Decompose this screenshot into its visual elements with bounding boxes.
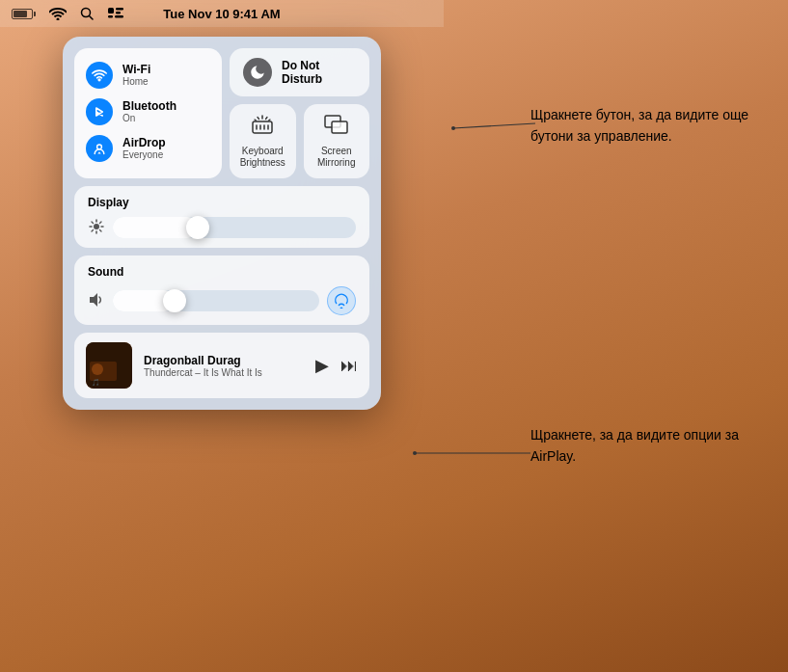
svg-rect-5 bbox=[108, 15, 113, 18]
annotation-arrow-2 bbox=[410, 444, 535, 463]
bluetooth-text: Bluetooth On bbox=[122, 99, 177, 124]
track-info: Dragonball Durag Thundercat – It Is What… bbox=[144, 354, 304, 378]
annotation-2: Щракнете, за да видите опции за AirPlay. bbox=[530, 424, 788, 468]
svg-rect-9 bbox=[253, 121, 272, 133]
play-button[interactable]: ▶ bbox=[315, 355, 329, 376]
dnd-icon bbox=[243, 58, 272, 87]
svg-text:🎵: 🎵 bbox=[92, 378, 100, 387]
wifi-sub: Home bbox=[122, 76, 150, 88]
wifi-item[interactable]: Wi-Fi Home bbox=[86, 58, 210, 93]
screen-mirroring-icon bbox=[324, 114, 349, 141]
display-section: Display bbox=[74, 186, 369, 248]
svg-point-21 bbox=[94, 224, 99, 229]
menubar: Tue Nov 10 9:41 AM bbox=[0, 0, 444, 27]
airdrop-sub: Everyone bbox=[122, 149, 166, 161]
screen-mirroring-tile[interactable]: ScreenMirroring bbox=[304, 104, 370, 178]
bluetooth-item[interactable]: Bluetooth On bbox=[86, 94, 210, 129]
bluetooth-icon bbox=[86, 98, 113, 125]
wifi-name: Wi-Fi bbox=[122, 63, 150, 76]
cc-top-row: Wi-Fi Home Bluetooth On bbox=[74, 48, 369, 178]
battery-icon bbox=[12, 9, 36, 19]
bt-name: Bluetooth bbox=[122, 99, 177, 113]
keyboard-brightness-tile[interactable]: KeyboardBrightness bbox=[230, 104, 296, 178]
track-artist: Thundercat – It Is What It Is bbox=[144, 367, 304, 378]
dnd-text: Do NotDisturb bbox=[282, 59, 322, 87]
cc-menubar-icon[interactable] bbox=[107, 7, 124, 20]
sound-slider[interactable] bbox=[113, 290, 319, 311]
svg-rect-6 bbox=[115, 15, 123, 18]
control-center-panel: Wi-Fi Home Bluetooth On bbox=[63, 37, 381, 410]
volume-icon bbox=[88, 292, 105, 310]
svg-line-36 bbox=[453, 123, 535, 128]
wifi-text: Wi-Fi Home bbox=[122, 63, 150, 88]
display-slider-row bbox=[88, 217, 356, 238]
svg-line-26 bbox=[92, 222, 94, 224]
right-tiles: Do NotDisturb bbox=[230, 48, 369, 178]
svg-line-1 bbox=[90, 16, 94, 20]
svg-line-29 bbox=[92, 229, 94, 231]
airdrop-item[interactable]: AirDrop Everyone bbox=[86, 131, 210, 166]
svg-line-28 bbox=[100, 222, 102, 224]
sound-label: Sound bbox=[88, 265, 356, 279]
svg-line-18 bbox=[269, 120, 271, 121]
screen-mirroring-label: ScreenMirroring bbox=[317, 146, 355, 169]
bottom-icon-row: KeyboardBrightness ScreenMirroring bbox=[230, 104, 369, 178]
svg-rect-20 bbox=[332, 121, 347, 133]
svg-marker-31 bbox=[340, 307, 343, 309]
keyboard-brightness-label: KeyboardBrightness bbox=[240, 146, 285, 169]
annotation-1: Щракнете бутон, за да видите още бутони … bbox=[530, 104, 788, 148]
svg-line-27 bbox=[100, 229, 102, 231]
svg-line-17 bbox=[255, 120, 257, 121]
track-name: Dragonball Durag bbox=[144, 354, 304, 367]
keyboard-brightness-icon bbox=[251, 114, 274, 141]
now-playing-section: 🎵 Dragonball Durag Thundercat – It Is Wh… bbox=[74, 333, 369, 398]
airdrop-text: AirDrop Everyone bbox=[122, 136, 166, 161]
network-tile: Wi-Fi Home Bluetooth On bbox=[74, 48, 222, 178]
album-art: 🎵 bbox=[86, 342, 132, 389]
svg-rect-3 bbox=[116, 8, 123, 11]
svg-point-7 bbox=[97, 78, 100, 81]
svg-rect-2 bbox=[108, 8, 114, 13]
wifi-icon bbox=[86, 62, 113, 89]
svg-line-15 bbox=[258, 118, 259, 120]
fast-forward-button[interactable]: ⏭ bbox=[340, 356, 358, 376]
brightness-icon bbox=[88, 219, 105, 237]
bt-sub: On bbox=[122, 113, 177, 124]
svg-point-34 bbox=[92, 363, 103, 375]
sound-slider-row bbox=[88, 286, 356, 315]
svg-point-39 bbox=[413, 451, 417, 455]
airplay-button[interactable] bbox=[327, 286, 356, 315]
playback-controls: ▶ ⏭ bbox=[315, 355, 358, 376]
annotation-arrow-1 bbox=[448, 114, 540, 143]
display-label: Display bbox=[88, 196, 356, 209]
dnd-name: Do NotDisturb bbox=[282, 59, 322, 87]
dnd-tile[interactable]: Do NotDisturb bbox=[230, 48, 369, 96]
display-slider[interactable] bbox=[113, 217, 356, 238]
wifi-menubar-icon[interactable] bbox=[49, 7, 67, 20]
airdrop-name: AirDrop bbox=[122, 136, 166, 149]
menubar-datetime: Tue Nov 10 9:41 AM bbox=[163, 7, 280, 21]
airdrop-icon bbox=[86, 135, 113, 162]
search-menubar-icon[interactable] bbox=[80, 7, 94, 20]
svg-rect-4 bbox=[116, 12, 121, 14]
svg-marker-30 bbox=[90, 293, 97, 307]
svg-line-16 bbox=[266, 118, 268, 120]
svg-point-37 bbox=[451, 126, 455, 130]
sound-section: Sound bbox=[74, 255, 369, 325]
